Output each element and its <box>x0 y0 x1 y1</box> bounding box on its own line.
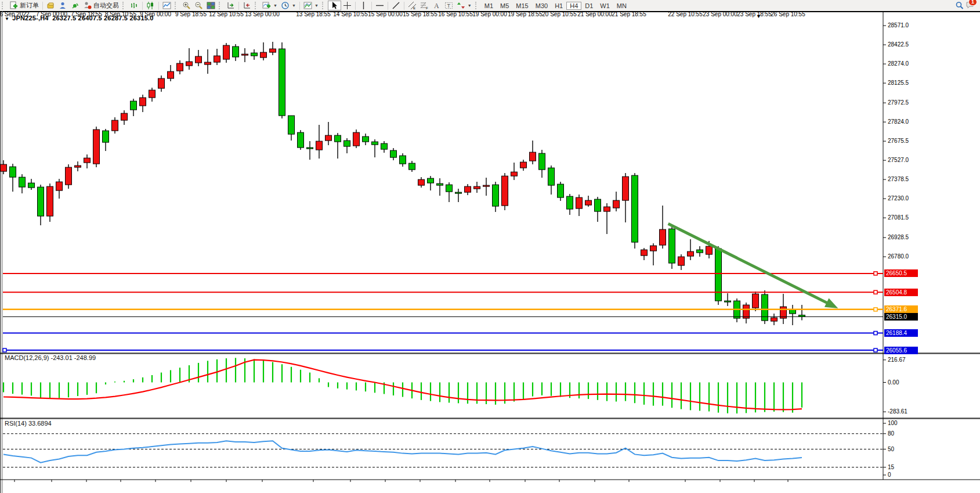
candle[interactable] <box>140 95 146 112</box>
time-axis-label[interactable]: 8 Sep 10:55 <box>105 11 136 17</box>
timeframe-button-d1[interactable]: D1 <box>581 2 596 10</box>
candle[interactable] <box>121 110 128 125</box>
candle[interactable] <box>56 179 63 199</box>
dropdown-caret-icon[interactable]: ▼ <box>314 3 319 8</box>
chart-canvas[interactable] <box>0 11 980 493</box>
fibonacci-tool-button[interactable]: F <box>418 1 431 10</box>
candle[interactable] <box>641 248 648 260</box>
candle[interactable] <box>353 129 360 148</box>
price-line-badge[interactable]: 26055.6 <box>884 347 918 354</box>
candle[interactable] <box>28 179 35 190</box>
candle[interactable] <box>149 88 156 102</box>
candle[interactable] <box>196 50 202 66</box>
candle[interactable] <box>520 160 527 171</box>
time-axis-label[interactable]: 21 Sep 00:00 <box>577 11 612 17</box>
candle[interactable] <box>10 164 16 192</box>
candle[interactable] <box>585 196 592 207</box>
candle[interactable] <box>650 243 657 265</box>
time-axis-label[interactable]: 7 Sep 00:00 <box>36 11 67 17</box>
timeframe-button-m30[interactable]: M30 <box>532 2 551 10</box>
candle[interactable] <box>437 178 443 196</box>
time-axis-label[interactable]: 7 Sep 18:55 <box>71 11 102 17</box>
zoom-in-button[interactable] <box>180 1 193 10</box>
time-axis-label[interactable]: 26 Sep 10:55 <box>771 11 805 17</box>
candle[interactable] <box>715 246 722 305</box>
dropdown-caret-icon[interactable]: ▼ <box>468 3 472 8</box>
candle[interactable] <box>595 197 601 222</box>
equidistant-channel-tool-button[interactable]: E <box>406 1 418 10</box>
dropdown-caret-icon[interactable]: ▼ <box>292 3 296 8</box>
trendline-tool-button[interactable] <box>390 1 402 10</box>
candle[interactable] <box>270 42 276 55</box>
candle[interactable] <box>725 293 731 306</box>
candle[interactable] <box>214 49 220 65</box>
candle[interactable] <box>623 173 629 222</box>
vertical-line-tool-button[interactable] <box>357 1 370 10</box>
candle[interactable] <box>158 75 165 92</box>
candle[interactable] <box>530 141 536 164</box>
candle[interactable] <box>502 173 508 210</box>
notifications-button[interactable]: 1 <box>965 1 974 10</box>
candle[interactable] <box>465 184 471 195</box>
new-order-button[interactable]: 新订单 <box>8 1 41 10</box>
candle[interactable] <box>428 176 434 190</box>
time-axis-label[interactable]: 13 Sep 18:55 <box>296 11 331 17</box>
candle[interactable] <box>743 303 750 323</box>
candle[interactable] <box>678 254 685 270</box>
candle[interactable] <box>381 141 388 153</box>
timeframe-button-m5[interactable]: M5 <box>497 2 512 10</box>
candle[interactable] <box>335 133 341 159</box>
history-center-button[interactable] <box>45 1 57 10</box>
crosshair-tool-button[interactable] <box>341 1 353 10</box>
candle[interactable] <box>75 161 81 171</box>
bar-chart-button[interactable] <box>128 1 140 10</box>
time-axis-label[interactable]: 23 Sep 18:55 <box>737 11 772 17</box>
candle[interactable] <box>168 65 174 81</box>
candle[interactable] <box>47 183 53 222</box>
search-button[interactable] <box>953 1 965 10</box>
candle[interactable] <box>298 130 304 150</box>
candle[interactable] <box>344 138 350 153</box>
candle[interactable] <box>400 153 406 167</box>
candle[interactable] <box>474 182 480 193</box>
candle[interactable] <box>558 182 564 201</box>
candle[interactable] <box>1 160 7 174</box>
candle[interactable] <box>483 178 490 196</box>
candle[interactable] <box>799 305 805 321</box>
candle[interactable] <box>279 42 285 118</box>
time-axis-label[interactable]: 6 Sep 2022 <box>0 11 30 17</box>
text-label-tool-button[interactable]: T <box>443 1 455 10</box>
timeframe-button-h4[interactable]: H4 <box>566 2 581 10</box>
time-axis-label[interactable]: 22 Sep 10:55 <box>668 11 703 17</box>
candle[interactable] <box>493 182 499 212</box>
time-axis-label[interactable]: 12 Sep 10:55 <box>209 11 244 17</box>
time-axis-label[interactable]: 23 Sep 00:00 <box>703 11 737 17</box>
timeframe-button-w1[interactable]: W1 <box>596 2 613 10</box>
candle[interactable] <box>251 49 258 60</box>
candle[interactable] <box>660 206 666 249</box>
candle[interactable] <box>688 239 694 260</box>
auto-scroll-button[interactable] <box>225 1 237 10</box>
candle[interactable] <box>409 161 415 172</box>
candle[interactable] <box>177 60 183 74</box>
time-axis-label[interactable]: 9 Sep 00:00 <box>140 11 171 17</box>
candle[interactable] <box>576 195 583 216</box>
timeframe-button-m15[interactable]: M15 <box>512 2 531 10</box>
candle[interactable] <box>567 194 573 215</box>
candle[interactable] <box>390 148 397 160</box>
candle[interactable] <box>223 43 230 63</box>
signals-button[interactable] <box>69 1 81 10</box>
candle[interactable] <box>446 182 453 202</box>
candle[interactable] <box>205 49 211 74</box>
candle[interactable] <box>103 129 109 151</box>
candle[interactable] <box>604 203 610 234</box>
candle[interactable] <box>38 185 44 225</box>
add-indicator-button[interactable]: ▼ <box>261 1 279 10</box>
time-axis-label[interactable]: 9 Sep 18:55 <box>175 11 207 17</box>
price-line-badge[interactable]: 26188.4 <box>884 329 918 337</box>
timeframe-button-h1[interactable]: H1 <box>551 2 566 10</box>
time-axis-label[interactable]: 21 Sep 18:55 <box>612 11 646 17</box>
chart-shift-button[interactable] <box>241 1 253 10</box>
candlestick-chart-button[interactable] <box>144 1 157 10</box>
timeframe-button-mn[interactable]: MN <box>613 2 630 10</box>
